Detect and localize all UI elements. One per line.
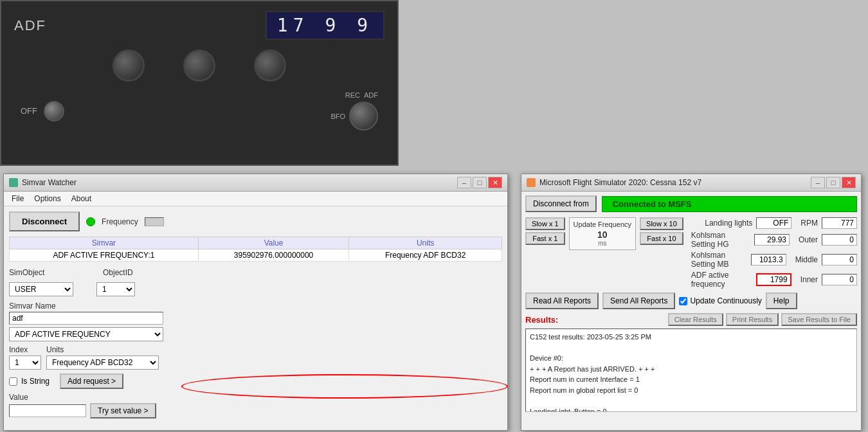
middle-label: Middle [795, 255, 818, 264]
units-select[interactable]: Frequency ADF BCD32 [46, 356, 159, 370]
msfs-window: Microsoft Flight Simulator 2020: Cessna … [521, 174, 862, 431]
msfs-window-icon [527, 178, 536, 187]
simvar-table: Simvar Value Units ADF ACTIVE FREQUENCY:… [9, 237, 502, 262]
menu-options[interactable]: Options [29, 193, 66, 204]
simvar-watcher-window: Simvar Watcher – □ ✕ File Options About … [3, 174, 508, 431]
try-set-button[interactable]: Try set value > [90, 403, 156, 419]
maximize-button[interactable]: □ [473, 177, 487, 188]
simvar-name-input[interactable] [9, 312, 163, 325]
disconnect-button[interactable]: Disconnect [9, 212, 80, 231]
simobject-label: SimObject [9, 268, 54, 277]
is-string-checkbox[interactable] [9, 377, 17, 386]
adf-off-label: OFF [21, 106, 37, 116]
fast-x10-button[interactable]: Fast x 10 [640, 232, 683, 245]
save-results-button[interactable]: Save Results to File [781, 313, 857, 326]
units-label: Units [46, 345, 502, 354]
update-freq-label: Update Frequency [574, 221, 632, 228]
outer-label: Outer [799, 235, 818, 244]
send-all-reports-button[interactable]: Send All Reports [602, 292, 675, 309]
middle-value: 0 [822, 254, 857, 266]
objectid-select[interactable]: 1 [96, 282, 135, 296]
msfs-window-title: Microsoft Flight Simulator 2020: Cessna … [539, 178, 701, 187]
kohlsman-mb-value: 1013.3 [751, 254, 786, 266]
outer-value: 0 [822, 234, 857, 246]
simobject-select[interactable]: USER [9, 282, 73, 296]
value-field-label: Value [9, 393, 502, 402]
landing-lights-value: OFF [756, 217, 791, 229]
menu-file[interactable]: File [6, 193, 29, 204]
adf-bfo-knob[interactable] [349, 102, 378, 130]
msfs-close-button[interactable]: ✕ [842, 177, 856, 188]
msfs-minimize-button[interactable]: – [811, 177, 825, 188]
adf-panel: ADF 17 9 9 OFF REC ADF BFO [0, 0, 399, 166]
fast-x1-button[interactable]: Fast x 1 [525, 232, 565, 245]
adf-small-knob[interactable] [44, 101, 64, 122]
update-continuously-label: Update Continuously [690, 296, 761, 305]
clear-results-button[interactable]: Clear Results [668, 313, 723, 326]
results-content: C152 test results: 2023-05-25 3:25 PM De… [530, 332, 853, 412]
adf-bfo-label: BFO [330, 113, 345, 120]
update-frequency-box: Update Frequency 10 ms [569, 217, 637, 250]
print-results-button[interactable]: Print Results [726, 313, 779, 326]
simvar-cell: ADF ACTIVE FREQUENCY:1 [10, 249, 199, 262]
rpm-label: RPM [800, 219, 818, 228]
kohlsman-hg-value: 29.93 [754, 234, 790, 246]
connected-status: Connected to MSFS [602, 196, 857, 212]
disconnect-from-button[interactable]: Disconnect from [525, 195, 597, 212]
results-label: Results: [525, 315, 558, 325]
adf-frequency-display: 17 9 9 [266, 11, 384, 40]
adf-knob-1[interactable] [113, 50, 145, 82]
adf-adf-label: ADF [364, 91, 378, 99]
results-area: C152 test results: 2023-05-25 3:25 PM De… [525, 328, 857, 412]
adf-knob-2[interactable] [183, 50, 215, 82]
inner-value: 0 [822, 274, 857, 285]
adf-panel-label: ADF [14, 17, 46, 34]
frequency-slider[interactable] [145, 217, 164, 226]
read-all-reports-button[interactable]: Read All Reports [525, 292, 599, 309]
index-label: Index [9, 345, 41, 354]
col-units: Units [349, 237, 502, 249]
update-freq-value: 10 [574, 230, 632, 240]
value-cell: 395902976.000000000 [198, 249, 348, 262]
slow-x1-button[interactable]: Slow x 1 [525, 217, 565, 230]
frequency-label: Frequency [102, 217, 138, 226]
close-button[interactable]: ✕ [488, 177, 502, 188]
simvar-name-label: Simvar Name [9, 302, 502, 310]
col-value: Value [198, 237, 348, 249]
value-input[interactable] [9, 404, 86, 417]
msfs-maximize-button[interactable]: □ [826, 177, 840, 188]
simvar-dropdown[interactable]: ADF ACTIVE FREQUENCY [9, 327, 163, 341]
is-string-label: Is String [21, 377, 50, 386]
kohlsman-mb-label: Kohlsman Setting MB [691, 251, 747, 269]
update-continuously-checkbox[interactable] [679, 297, 687, 305]
objectid-label: ObjectID [103, 268, 148, 277]
adf-knob-3[interactable] [254, 50, 286, 82]
simvar-titlebar: Simvar Watcher – □ ✕ [4, 174, 507, 192]
msfs-titlebar: Microsoft Flight Simulator 2020: Cessna … [521, 174, 861, 192]
col-simvar: Simvar [10, 237, 199, 249]
simvar-menubar: File Options About [4, 192, 507, 206]
minimize-button[interactable]: – [457, 177, 471, 188]
adf-rec-label: REC [345, 91, 360, 99]
table-row[interactable]: ADF ACTIVE FREQUENCY:1 395902976.0000000… [10, 249, 502, 262]
rpm-value: 777 [822, 217, 857, 229]
menu-about[interactable]: About [66, 193, 96, 204]
update-freq-unit: ms [574, 240, 632, 247]
adf-freq-value: 1799 [756, 273, 791, 286]
add-request-button[interactable]: Add request > [60, 374, 123, 389]
adf-freq-label: ADF active frequency [691, 271, 752, 289]
inner-label: Inner [800, 275, 818, 284]
kohlsman-hg-label: Kohlsman Setting HG [691, 231, 750, 249]
simvar-window-icon [9, 178, 18, 187]
simvar-window-title: Simvar Watcher [22, 178, 77, 187]
help-button[interactable]: Help [766, 292, 797, 309]
landing-lights-label: Landing lights [705, 219, 752, 228]
slow-x10-button[interactable]: Slow x 10 [640, 217, 683, 230]
index-select[interactable]: 1 [9, 356, 41, 370]
connection-indicator [86, 217, 95, 226]
units-cell: Frequency ADF BCD32 [349, 249, 502, 262]
